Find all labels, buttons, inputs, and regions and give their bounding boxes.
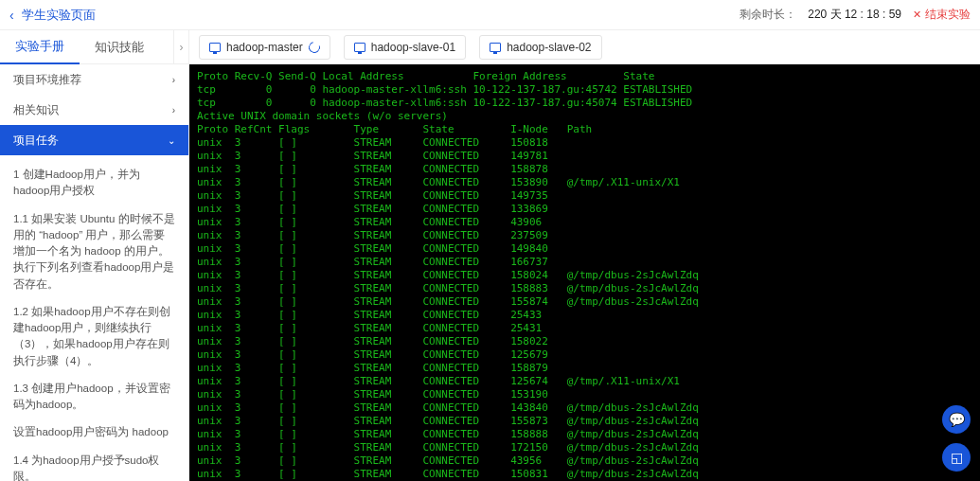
monitor-icon	[354, 43, 365, 52]
host-tab-slave02[interactable]: hadoop-slave-02	[479, 35, 601, 60]
chevron-right-icon[interactable]: ›	[173, 30, 188, 64]
chevron-right-icon: ›	[172, 105, 175, 116]
host-tab-slave01[interactable]: hadoop-slave-01	[344, 35, 466, 60]
chevron-right-icon: ›	[172, 75, 175, 85]
task-item[interactable]: 1.3 创建用户hadoop，并设置密码为hadoop。	[0, 375, 188, 419]
task-item[interactable]: 1.1 如果安装 Ubuntu 的时候不是用的 “hadoop” 用户，那么需要…	[0, 205, 188, 298]
task-list: 1 创建Hadoop用户，并为hadoop用户授权 1.1 如果安装 Ubunt…	[0, 155, 188, 481]
top-bar: ‹ 学生实验页面 剩余时长： 220 天 12 : 18 : 59 ✕ 结束实验	[0, 0, 980, 30]
chat-button[interactable]: 💬	[942, 405, 971, 434]
task-item[interactable]: 1.2 如果hadoop用户不存在则创建hadoop用户，则继续执行（3），如果…	[0, 298, 188, 375]
left-panel: 实验手册 知识技能 › 项目环境推荐 › 相关知识 › 项目任务 ⌄ 1 创建H…	[0, 30, 189, 481]
task-item[interactable]: 1.4 为hadoop用户授予sudo权限。	[0, 447, 188, 482]
end-label: 结束实验	[925, 7, 971, 23]
countdown-value: 220 天 12 : 18 : 59	[808, 7, 901, 23]
close-icon: ✕	[913, 9, 921, 21]
monitor-icon	[490, 43, 501, 52]
section-project-tasks[interactable]: 项目任务 ⌄	[0, 125, 188, 155]
host-tab-master[interactable]: hadoop-master	[199, 35, 330, 60]
refresh-icon[interactable]	[307, 39, 322, 54]
host-tabs: hadoop-master hadoop-slave-01 hadoop-sla…	[189, 30, 980, 64]
back-icon[interactable]: ‹	[9, 8, 14, 23]
tab-knowledge[interactable]: 知识技能	[80, 30, 159, 64]
tab-manual[interactable]: 实验手册	[0, 30, 80, 64]
section-related-knowledge[interactable]: 相关知识 ›	[0, 95, 188, 125]
section-env-recommend[interactable]: 项目环境推荐 ›	[0, 64, 188, 95]
terminal-output[interactable]: Proto Recv-Q Send-Q Local Address Foreig…	[189, 64, 980, 481]
countdown-label: 剩余时长：	[739, 7, 796, 23]
page-title: 学生实验页面	[22, 7, 96, 24]
chevron-down-icon: ⌄	[168, 135, 175, 146]
task-item[interactable]: 1 创建Hadoop用户，并为hadoop用户授权	[0, 161, 188, 205]
right-panel: hadoop-master hadoop-slave-01 hadoop-sla…	[189, 30, 980, 481]
crop-button[interactable]: ◱	[942, 443, 971, 472]
task-item[interactable]: 设置hadoop用户密码为 hadoop	[0, 419, 188, 446]
monitor-icon	[209, 43, 221, 52]
end-experiment-button[interactable]: ✕ 结束实验	[913, 7, 971, 23]
